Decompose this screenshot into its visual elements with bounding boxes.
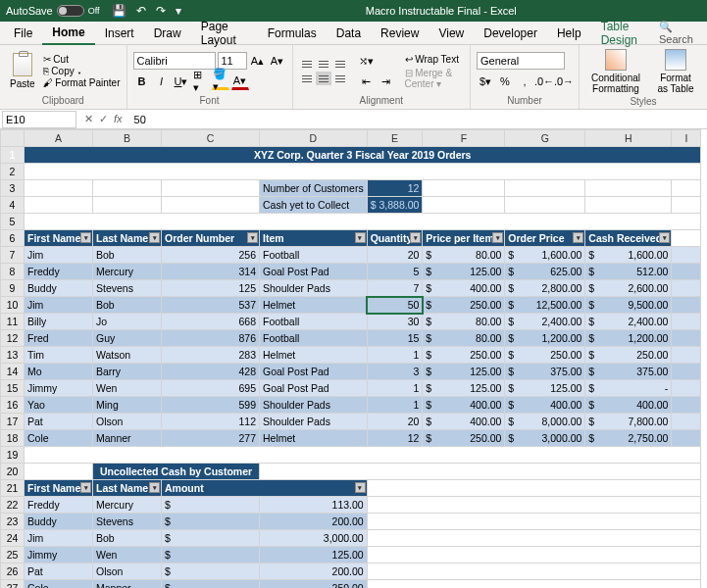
table-row[interactable]: 27ColeManner$250.00 xyxy=(1,580,701,589)
col-header[interactable]: G xyxy=(505,130,585,147)
merge-center-button[interactable]: ⊟ Merge & Center ▾ xyxy=(405,68,465,89)
italic-button[interactable]: I xyxy=(153,73,171,90)
tab-insert[interactable]: Insert xyxy=(95,23,144,44)
cancel-formula-icon[interactable]: ✕ xyxy=(84,113,93,125)
filter-icon[interactable]: ▾ xyxy=(149,482,160,493)
col-header[interactable]: H xyxy=(585,130,672,147)
font-name-select[interactable] xyxy=(133,52,216,70)
table-row[interactable]: 8FreddyMercury314Goal Post Pad5125.00625… xyxy=(1,264,701,280)
spreadsheet-grid[interactable]: ABCDEFGHI1XYZ Corp. Quarter 3 Fiscal Yea… xyxy=(0,129,707,588)
filter-icon[interactable]: ▾ xyxy=(659,232,670,243)
row-header[interactable]: 23 xyxy=(1,514,25,530)
filter-icon[interactable]: ▾ xyxy=(247,232,258,243)
autosave-toggle[interactable]: AutoSave Off xyxy=(6,5,100,17)
filter-icon[interactable]: ▾ xyxy=(573,232,583,243)
save-icon[interactable]: 💾 xyxy=(112,4,126,18)
indent-inc-button[interactable]: ⇥ xyxy=(378,73,395,90)
copy-button[interactable]: ⎘ Copy ▾ xyxy=(43,66,121,76)
row-header[interactable]: 17 xyxy=(1,414,25,430)
filter-icon[interactable]: ▾ xyxy=(80,232,91,243)
comma-button[interactable]: , xyxy=(516,73,533,90)
formula-input[interactable] xyxy=(130,111,707,128)
column-header[interactable]: Item▾ xyxy=(260,230,368,247)
dec-decimal-button[interactable]: .0→ xyxy=(555,73,573,90)
align-buttons[interactable] xyxy=(299,57,348,85)
filter-icon[interactable]: ▾ xyxy=(149,232,160,243)
row-header[interactable]: 7 xyxy=(1,247,25,264)
row-header[interactable]: 6 xyxy=(1,230,25,247)
row-header[interactable]: 9 xyxy=(1,280,25,297)
tab-developer[interactable]: Developer xyxy=(474,23,547,44)
row-header[interactable]: 24 xyxy=(1,530,25,547)
filter-icon[interactable]: ▾ xyxy=(355,482,366,493)
row-header[interactable]: 16 xyxy=(1,397,25,414)
redo-icon[interactable]: ↷ xyxy=(156,4,166,18)
filter-icon[interactable]: ▾ xyxy=(355,232,366,243)
table-row[interactable]: 25JimmyWen$125.00 xyxy=(1,547,701,564)
column-header[interactable]: Amount▾ xyxy=(162,480,368,497)
fill-color-button[interactable]: 🪣▾ xyxy=(212,73,229,90)
row-header[interactable]: 3 xyxy=(1,180,25,197)
inc-decimal-button[interactable]: .0← xyxy=(535,73,553,90)
col-header[interactable]: C xyxy=(162,130,260,147)
filter-icon[interactable]: ▾ xyxy=(410,232,421,243)
paste-button[interactable]: Paste xyxy=(6,51,39,91)
column-header[interactable]: Price per Item▾ xyxy=(423,230,505,247)
underline-button[interactable]: U ▾ xyxy=(173,73,190,90)
column-header[interactable]: Order Number▾ xyxy=(162,230,260,247)
column-header[interactable]: Last Name▾ xyxy=(93,480,162,497)
row-header[interactable]: 8 xyxy=(1,264,25,280)
col-header[interactable]: B xyxy=(93,130,162,147)
row-header[interactable]: 27 xyxy=(1,580,25,589)
cut-button[interactable]: ✂ Cut xyxy=(43,54,121,65)
enter-formula-icon[interactable]: ✓ xyxy=(99,113,108,125)
row-header[interactable]: 22 xyxy=(1,497,25,514)
row-header[interactable]: 10 xyxy=(1,297,25,314)
row-header[interactable]: 19 xyxy=(1,447,25,464)
format-painter-button[interactable]: 🖌 Format Painter xyxy=(43,77,121,88)
table-row[interactable]: 14MoBarry428Goal Post Pad3125.00375.0037… xyxy=(1,364,701,380)
bold-button[interactable]: B xyxy=(133,73,151,90)
col-header[interactable]: F xyxy=(423,130,505,147)
border-button[interactable]: ⊞ ▾ xyxy=(192,73,210,90)
col-header[interactable]: D xyxy=(260,130,368,147)
increase-font-icon[interactable]: A▴ xyxy=(249,52,267,70)
tab-draw[interactable]: Draw xyxy=(144,23,191,44)
tab-home[interactable]: Home xyxy=(42,22,94,45)
table-row[interactable]: 24JimBob$3,000.00 xyxy=(1,530,701,547)
table-row[interactable]: 18ColeManner277Helmet12250.003,000.002,7… xyxy=(1,430,701,447)
col-header[interactable]: E xyxy=(367,130,423,147)
fx-icon[interactable]: fx xyxy=(114,113,123,125)
name-box[interactable] xyxy=(2,111,76,128)
table-row[interactable]: 16YaoMing599Shoulder Pads1400.00400.0040… xyxy=(1,397,701,414)
tab-file[interactable]: File xyxy=(4,23,42,44)
row-header[interactable]: 13 xyxy=(1,347,25,364)
column-header[interactable]: Cash Received▾ xyxy=(585,230,672,247)
table-row[interactable]: 26PatOlson$200.00 xyxy=(1,564,701,580)
search-button[interactable]: 🔍 Search xyxy=(659,21,703,45)
row-header[interactable]: 2 xyxy=(1,164,25,180)
table-row[interactable]: 10JimBob537Helmet50250.0012,500.009,500.… xyxy=(1,297,701,314)
format-as-table-button[interactable]: Format as Table xyxy=(650,47,701,96)
table-row[interactable]: 9BuddyStevens125Shoulder Pads7400.002,80… xyxy=(1,280,701,297)
tab-help[interactable]: Help xyxy=(547,23,591,44)
filter-icon[interactable]: ▾ xyxy=(80,482,91,493)
tab-review[interactable]: Review xyxy=(371,23,429,44)
conditional-formatting-button[interactable]: Conditional Formatting xyxy=(585,47,646,96)
row-header[interactable]: 26 xyxy=(1,564,25,580)
row-header[interactable]: 4 xyxy=(1,197,25,214)
filter-icon[interactable]: ▾ xyxy=(492,232,503,243)
orientation-button[interactable]: ⤭▾ xyxy=(358,52,376,70)
table-row[interactable]: 12FredGuy876Football1580.001,200.001,200… xyxy=(1,330,701,347)
undo-icon[interactable]: ↶ xyxy=(136,4,146,18)
indent-dec-button[interactable]: ⇤ xyxy=(358,73,376,90)
column-header[interactable]: First Name▾ xyxy=(25,480,93,497)
row-header[interactable]: 14 xyxy=(1,364,25,380)
col-header[interactable]: I xyxy=(672,130,701,147)
row-header[interactable]: 11 xyxy=(1,314,25,330)
table-row[interactable]: 11BillyJo668Football3080.002,400.002,400… xyxy=(1,314,701,330)
accounting-button[interactable]: $▾ xyxy=(477,73,494,90)
row-header[interactable]: 1 xyxy=(1,147,25,164)
table-row[interactable]: 7JimBob256Football2080.001,600.001,600.0… xyxy=(1,247,701,264)
column-header[interactable]: Quantity▾ xyxy=(367,230,423,247)
